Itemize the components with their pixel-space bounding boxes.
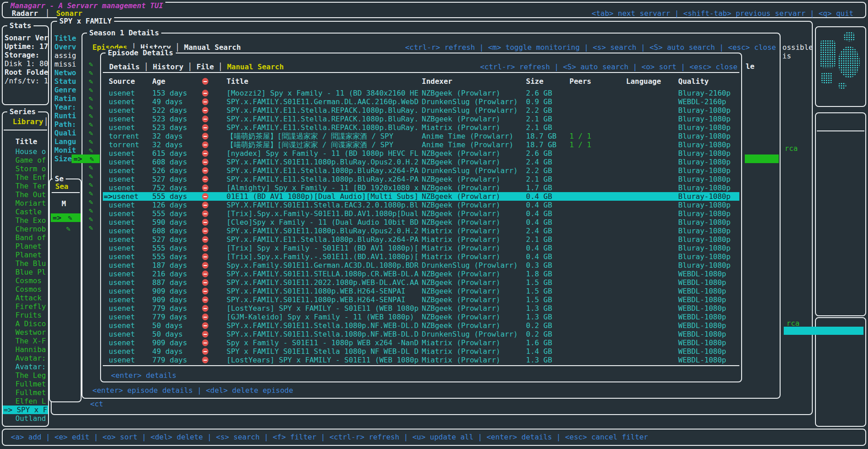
release-row[interactable]: =>usenet555 days01E11 (BD AV1 1080p)[Dua…: [103, 192, 739, 201]
release-row[interactable]: usenet590 days[Cleo]Spy x Family - 11 (D…: [103, 218, 739, 227]
cell-title: [LostYears] SPY x FAMILY - S01E11 (WEB 1…: [227, 304, 420, 313]
series-item[interactable]: Planet: [3, 242, 48, 251]
release-row[interactable]: usenet909 daysSPY.x.FAMILY.S01E11.1080p.…: [103, 287, 739, 295]
series-item-label: Planet: [15, 242, 42, 251]
series-item[interactable]: Fruits: [3, 311, 48, 319]
series-item[interactable]: Westwor: [3, 328, 48, 337]
release-row[interactable]: usenet526 daysSPY.x.FAMILY.E11.Stella.10…: [103, 166, 739, 175]
series-item[interactable]: A Disco: [3, 319, 48, 328]
release-row[interactable]: usenet126 daysSPY.X.FAMILY.S01E11.Stella…: [103, 201, 739, 209]
series-item[interactable]: The Enf: [3, 173, 48, 182]
series-item[interactable]: Hanniba: [3, 345, 48, 354]
cell-title: SPY.x.FAMILY.E11.Stella.REPACK.1080p.Blu…: [227, 123, 420, 132]
series-item[interactable]: Storm o: [3, 164, 48, 173]
release-row[interactable]: usenet608 daysSPY.x.FAMILY.S01E11.1080p.…: [103, 158, 739, 166]
series-item[interactable]: Game of: [3, 156, 48, 164]
series-item[interactable]: The Leg: [3, 371, 48, 380]
series-item[interactable]: Castle: [3, 208, 48, 216]
series-item[interactable]: The Blu: [3, 259, 48, 268]
rejected-icon: [202, 176, 208, 183]
series-item[interactable]: Fullmet: [3, 380, 48, 388]
series-item[interactable]: Firefly: [3, 302, 48, 311]
release-row[interactable]: usenet49 daysSPY x FAMILY S01E11 Stella …: [103, 347, 739, 356]
tab-radarr[interactable]: Radarr: [12, 9, 38, 18]
release-row[interactable]: usenet555 days[Trix] Spy x Family - S01E…: [103, 244, 739, 252]
series-item[interactable]: The Exo: [3, 216, 48, 225]
release-row[interactable]: usenet50 daysSPY.x.FAMILY.S01E11.Stella.…: [103, 330, 739, 338]
series-item[interactable]: Attack: [3, 294, 48, 302]
release-row[interactable]: usenet779 days[GJM-Kaleido] Spy x Family…: [103, 313, 739, 321]
cell-indexer: NZBgeek (Prowlarr): [422, 304, 500, 313]
clipped-text: is: [782, 52, 791, 60]
release-row[interactable]: usenet523 daysSPY.x.FAMILY.E11.Stella.RE…: [103, 115, 739, 123]
series-item[interactable]: Band of: [3, 233, 48, 242]
release-row[interactable]: usenet752 days[Almighty] Spy x Family - …: [103, 183, 739, 192]
release-row[interactable]: usenet216 daysSPY.x.FAMILY.S01E11.STELLA…: [103, 270, 739, 278]
release-row[interactable]: usenet527 daysSPY.x.FAMILY.E11.Stella.10…: [103, 235, 739, 244]
release-row[interactable]: usenet615 days[nyadex] Spy x Family - 11…: [103, 149, 739, 158]
series-item-selected[interactable]: => SPY x F: [3, 406, 48, 414]
cell-source: usenet: [109, 244, 135, 252]
series-item[interactable]: The X-F: [3, 337, 48, 345]
tab-history[interactable]: History: [153, 63, 183, 71]
series-item[interactable]: The Out: [3, 190, 48, 199]
cell-size: 2.1 GB: [526, 115, 552, 123]
series-item[interactable]: Planet: [3, 251, 48, 259]
cell-age: 909 days: [152, 287, 187, 295]
series-item[interactable]: Cosmos: [3, 285, 48, 294]
release-row[interactable]: usenet887 daysSPY.x.FAMILY.S01E11.2022.1…: [103, 278, 739, 287]
series-item[interactable]: Elfen L: [3, 397, 48, 406]
release-row[interactable]: usenet555 days[Trix].Spy.x.Family.-.S01E…: [103, 252, 739, 261]
cell-age: 523 days: [152, 115, 187, 123]
release-row[interactable]: usenet555 days[Trix].Spy.x.Family-S01E11…: [103, 209, 739, 218]
tab-details[interactable]: Details: [109, 63, 140, 71]
release-row[interactable]: torrent32 days【喵萌奶茶屋】[間諜過家家 / 間諜家家酒 / SP…: [103, 132, 739, 140]
release-row[interactable]: usenet187 daysSpy.x.Family.S01E11.German…: [103, 261, 739, 270]
release-row[interactable]: usenet909 daysSpy x Family - S01E11 - 10…: [103, 338, 739, 347]
cell-title: SPY.x.FAMILY.S01E11.1080p.BluRay.Opus2.0…: [227, 158, 420, 166]
rejected-icon: [202, 227, 208, 234]
release-row[interactable]: torrent32 days【喵萌奶茶屋】[间谍过家家 / 间谍家家酒 / SP…: [103, 140, 739, 149]
selected-season-marker[interactable]: => ✎: [51, 213, 81, 222]
tab-library[interactable]: Library: [13, 117, 43, 126]
tab-manual-search[interactable]: Manual Search: [184, 43, 241, 52]
series-item[interactable]: Blue Pl: [3, 268, 48, 276]
tab-season-search[interactable]: Sea: [55, 182, 68, 191]
rejected-icon: [202, 184, 208, 191]
series-item[interactable]: House o: [3, 147, 48, 156]
series-item[interactable]: Moriart: [3, 199, 48, 208]
monitor-icon: ✎: [89, 103, 93, 111]
release-row[interactable]: usenet49 daysSPY.x.FAMILY.S01E11.German.…: [103, 97, 739, 106]
series-item[interactable]: Avatar:: [3, 354, 48, 362]
rejected-icon: [202, 322, 208, 329]
series-item[interactable]: Outland: [3, 414, 48, 423]
clipped-text: rca: [785, 144, 798, 153]
rejected-icon: [202, 98, 208, 105]
monitor-icon: ✎: [89, 77, 93, 86]
release-row[interactable]: usenet50 daysSPY.x.FAMILY.S01E11.Stella.…: [103, 321, 739, 330]
release-row[interactable]: usenet608 daysSPY.x.FAMILY.S01E11.1080p.…: [103, 227, 739, 235]
series-item[interactable]: Chernob: [3, 225, 48, 233]
selected-item-bar[interactable]: [784, 327, 863, 335]
release-row[interactable]: usenet522 daysSPY.x.FAMILY.E11.Stella.RE…: [103, 106, 739, 115]
series-item[interactable]: Cosmos: [3, 276, 48, 285]
release-row[interactable]: usenet527 daysSPY.x.FAMILY.E11.Stella.10…: [103, 175, 739, 183]
tab-manual-search[interactable]: Manual Search: [227, 63, 284, 71]
release-row[interactable]: usenet779 days[LostYears] SPY x FAMILY -…: [103, 304, 739, 313]
series-item-label: The X-F: [15, 337, 46, 345]
release-row[interactable]: usenet523 daysSPY.x.FAMILY.E11.Stella.RE…: [103, 123, 739, 132]
release-row[interactable]: usenet779 days[LostYears] SPY x FAMILY -…: [103, 356, 739, 364]
cell-title: Spy.x.Family.S01E11.German.AC3D.DL.1080p…: [227, 261, 420, 270]
series-item[interactable]: The Ter: [3, 182, 48, 190]
series-item[interactable]: Avatar:: [3, 362, 48, 371]
cell-indexer: Miatrix (Prowlarr): [422, 227, 500, 235]
release-row[interactable]: usenet153 days[Moozzi2] Spy x Family - 1…: [103, 89, 739, 97]
cell-indexer: Miatrix (Prowlarr): [422, 347, 500, 356]
tab-file[interactable]: File: [197, 63, 214, 71]
rejected-icon: [202, 90, 208, 97]
release-row[interactable]: usenet909 daysSPY.x.FAMILY.S01E11.1080p.…: [103, 295, 739, 304]
cell-age: 32 days: [152, 132, 183, 140]
monitor-icon: ✎: [89, 146, 93, 154]
series-item[interactable]: Fullmet: [3, 388, 48, 397]
cell-size: 1.5 GB: [526, 287, 552, 295]
